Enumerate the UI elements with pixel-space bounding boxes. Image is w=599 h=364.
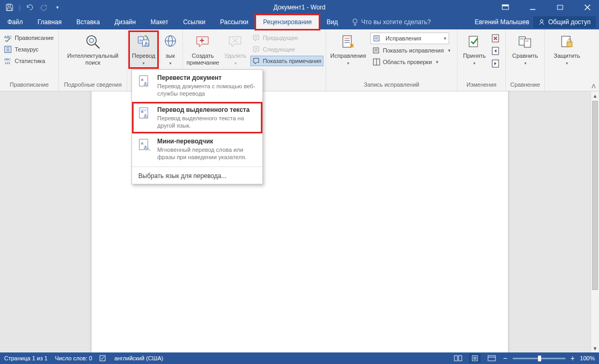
protect-icon xyxy=(559,34,575,50)
next-change-icon[interactable] xyxy=(491,59,501,68)
svg-rect-0 xyxy=(8,4,11,6)
menu-translate-document[interactable]: aあ Перевести документ Перевод документа … xyxy=(132,70,262,102)
compare-button[interactable]: Сравнить ▾ xyxy=(509,32,542,68)
protect-button[interactable]: Защитить ▾ xyxy=(549,32,585,68)
svg-text:あ: あ xyxy=(144,41,149,46)
group-insights: Интеллектуальный поиск Подробные сведени… xyxy=(59,29,127,91)
group-proofing: ABCПравописание Тезаурус ABC123Статистик… xyxy=(0,29,59,91)
status-bar: Страница 1 из 1 Число слов: 0 английский… xyxy=(0,352,599,364)
qat-more-icon[interactable]: ▾ xyxy=(53,3,62,12)
tab-review[interactable]: Рецензирование xyxy=(256,15,319,29)
menu-mini-translator[interactable]: aあ Мини-переводчик Мгновенный перевод сл… xyxy=(132,133,262,165)
svg-line-20 xyxy=(95,44,99,48)
maximize-button[interactable] xyxy=(549,0,572,15)
translate-button[interactable]: aあ Перевод ▾ xyxy=(129,32,158,68)
zoom-slider[interactable] xyxy=(513,358,565,359)
zoom-level[interactable]: 100% xyxy=(580,355,595,361)
svg-rect-43 xyxy=(469,36,478,47)
zoom-out-button[interactable]: − xyxy=(503,354,507,362)
vertical-scrollbar[interactable]: ▲ ▼ xyxy=(591,91,599,352)
group-proofing-label: Правописание xyxy=(0,81,58,91)
delete-comment-icon xyxy=(227,34,244,50)
save-icon[interactable] xyxy=(5,3,14,12)
tab-home[interactable]: Главная xyxy=(31,15,69,29)
share-button[interactable]: Общий доступ xyxy=(533,16,596,28)
thesaurus-button[interactable]: Тезаурус xyxy=(2,44,56,55)
reviewing-pane-button[interactable]: Область проверки xyxy=(370,57,453,67)
scroll-down-icon[interactable]: ▼ xyxy=(591,344,599,352)
svg-point-11 xyxy=(541,20,543,23)
group-changes: Принять ▾ Изменения xyxy=(458,29,506,91)
track-changes-button[interactable]: Исправления ▾ xyxy=(328,32,368,68)
show-markup-button[interactable]: Показать исправления xyxy=(370,45,453,56)
proofing-status-icon[interactable] xyxy=(99,355,107,362)
group-compare: Сравнить ▾ Сравнение xyxy=(506,29,545,91)
previous-change-icon[interactable] xyxy=(491,46,501,56)
tell-me-search[interactable]: Что вы хотите сделать? xyxy=(346,15,438,29)
svg-point-8 xyxy=(353,19,357,23)
zoom-slider-thumb[interactable] xyxy=(538,356,541,361)
tab-design[interactable]: Дизайн xyxy=(107,15,143,29)
web-layout-icon[interactable] xyxy=(486,353,498,363)
svg-rect-3 xyxy=(502,5,509,6)
display-for-review[interactable]: Исправления▾ xyxy=(370,33,449,44)
tab-mailings[interactable]: Рассылки xyxy=(212,15,256,29)
new-comment-button[interactable]: Создать примечание xyxy=(185,32,220,68)
read-mode-icon[interactable] xyxy=(452,353,464,363)
tab-view[interactable]: Вид xyxy=(319,15,346,29)
close-button[interactable] xyxy=(576,0,599,15)
reject-icon[interactable] xyxy=(491,34,501,43)
smart-lookup-button[interactable]: Интеллектуальный поиск xyxy=(62,32,125,68)
word-count[interactable]: Число слов: 0 xyxy=(55,355,92,361)
new-comment-icon xyxy=(195,34,211,50)
compare-icon xyxy=(517,34,534,50)
tab-layout[interactable]: Макет xyxy=(143,15,176,29)
menu-translate-selection[interactable]: aあ Перевод выделенного текста Перевод вы… xyxy=(132,102,262,134)
translate-document-icon: aあ xyxy=(137,74,152,89)
translate-selection-icon: aあ xyxy=(137,106,152,121)
language-status[interactable]: английский (США) xyxy=(114,355,163,361)
ribbon-options-icon[interactable] xyxy=(494,0,517,15)
statistics-icon: ABC123 xyxy=(4,57,13,65)
word-count-button[interactable]: ABC123Статистика xyxy=(2,56,56,66)
svg-rect-5 xyxy=(557,5,563,9)
redo-icon[interactable] xyxy=(39,3,48,12)
svg-text:ABC: ABC xyxy=(4,58,11,61)
svg-rect-54 xyxy=(567,42,572,47)
collapse-ribbon-icon[interactable]: ᐱ xyxy=(592,83,596,90)
user-name[interactable]: Евгений Малышев xyxy=(475,18,530,26)
menu-separator xyxy=(132,167,262,167)
svg-text:123: 123 xyxy=(5,61,11,65)
print-layout-icon[interactable] xyxy=(469,353,481,363)
tab-file[interactable]: Файл xyxy=(0,15,31,29)
svg-rect-1 xyxy=(7,8,12,11)
page-indicator[interactable]: Страница 1 из 1 xyxy=(4,355,47,361)
minimize-button[interactable] xyxy=(521,0,544,15)
zoom-in-button[interactable]: + xyxy=(571,354,575,362)
show-comments-button[interactable]: Показать примечания xyxy=(250,56,323,66)
lightbulb-icon xyxy=(352,18,358,26)
svg-point-19 xyxy=(87,36,96,45)
svg-point-21 xyxy=(89,38,94,43)
scroll-thumb[interactable] xyxy=(592,101,598,290)
svg-text:あ: あ xyxy=(144,81,148,86)
group-protect-label xyxy=(545,81,589,91)
tab-references[interactable]: Ссылки xyxy=(176,15,212,29)
previous-icon xyxy=(252,34,261,42)
group-tracking-label: Запись исправлений xyxy=(326,81,457,91)
share-label: Общий доступ xyxy=(548,18,591,26)
language-button[interactable]: зык ▾ xyxy=(160,32,180,68)
undo-icon[interactable] xyxy=(26,3,34,12)
menu-choose-language[interactable]: Выбрать язык для перевода... xyxy=(132,168,262,184)
share-icon xyxy=(539,19,545,25)
tab-insert[interactable]: Вставка xyxy=(69,15,107,29)
ribbon-tabs: Файл Главная Вставка Дизайн Макет Ссылки… xyxy=(0,15,599,29)
translate-icon: aあ xyxy=(135,34,152,50)
spelling-button[interactable]: ABCПравописание xyxy=(2,33,56,43)
language-icon xyxy=(162,34,179,50)
reviewing-pane-icon xyxy=(372,58,381,66)
accept-button[interactable]: Принять ▾ xyxy=(460,32,489,68)
scroll-up-icon[interactable]: ▲ xyxy=(591,91,599,100)
smart-lookup-icon xyxy=(85,34,101,50)
show-markup-icon xyxy=(372,46,381,55)
